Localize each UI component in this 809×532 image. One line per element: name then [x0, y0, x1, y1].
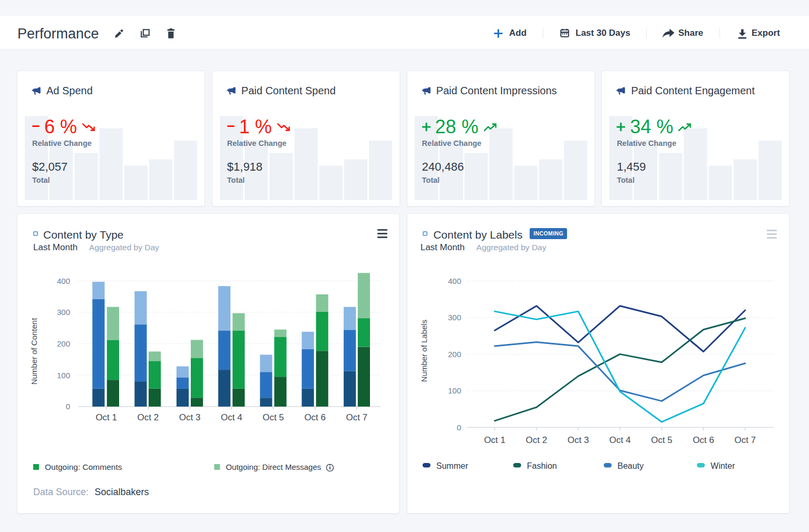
svg-text:Oct 1: Oct 1	[484, 435, 506, 445]
svg-text:Oct 3: Oct 3	[568, 435, 589, 445]
svg-text:Socialbakers: Socialbakers	[95, 487, 149, 497]
svg-text:Oct 6: Oct 6	[693, 435, 715, 445]
svg-text:Number of Labels: Number of Labels	[420, 320, 428, 382]
svg-text:Oct 7: Oct 7	[346, 412, 368, 422]
svg-text:100: 100	[448, 386, 461, 395]
svg-text:Oct 3: Oct 3	[179, 412, 201, 422]
svg-text:0: 0	[66, 402, 70, 411]
svg-text:400: 400	[57, 277, 70, 285]
svg-text:100: 100	[57, 371, 70, 380]
svg-text:300: 300	[448, 313, 461, 322]
svg-text:Oct 7: Oct 7	[735, 435, 756, 445]
svg-text:Oct 5: Oct 5	[262, 412, 284, 422]
svg-text:200: 200	[448, 350, 461, 359]
svg-text:Oct 1: Oct 1	[95, 412, 117, 422]
svg-text:Oct 2: Oct 2	[138, 412, 159, 422]
svg-text:Oct 4: Oct 4	[609, 435, 631, 445]
svg-text:Number of Content: Number of Content	[30, 318, 38, 385]
svg-text:200: 200	[57, 339, 70, 348]
svg-text:300: 300	[57, 308, 70, 317]
svg-text:400: 400	[448, 277, 461, 285]
svg-text:Winter: Winter	[710, 461, 735, 470]
svg-text:Oct 6: Oct 6	[304, 412, 326, 422]
svg-text:Outgoing: Direct Messages: Outgoing: Direct Messages	[226, 462, 321, 471]
svg-text:Oct 2: Oct 2	[526, 435, 548, 445]
svg-text:Data Source:: Data Source:	[33, 487, 89, 497]
svg-text:Beauty: Beauty	[618, 461, 644, 470]
svg-text:0: 0	[457, 423, 461, 432]
svg-text:Summer: Summer	[436, 461, 469, 470]
svg-text:Oct 4: Oct 4	[221, 412, 242, 422]
svg-text:Fashion: Fashion	[527, 461, 557, 470]
svg-text:Outgoing: Comments: Outgoing: Comments	[45, 462, 122, 471]
svg-text:Oct 5: Oct 5	[651, 435, 672, 445]
